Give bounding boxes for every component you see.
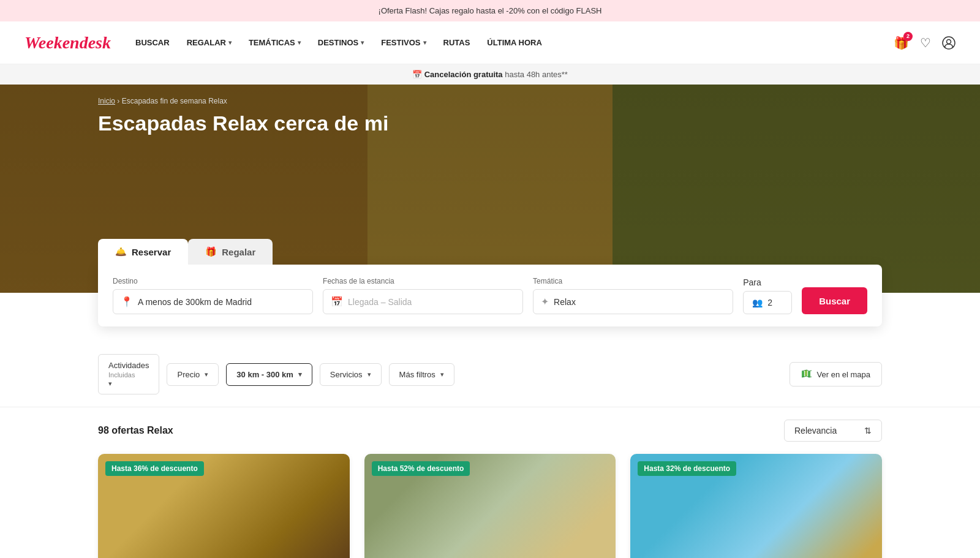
flash-banner: ¡Oferta Flash! Cajas regalo hasta el -20… xyxy=(0,0,980,21)
filter-mas-filtros[interactable]: Más filtros ▾ xyxy=(389,363,454,386)
nav-festivos[interactable]: FESTIVOS ▾ xyxy=(381,38,426,47)
destino-label: Destino xyxy=(113,277,313,285)
people-icon: 👥 xyxy=(752,298,763,307)
destino-group: Destino 📍 A menos de 300km de Madrid xyxy=(113,277,313,314)
results-count: 98 ofertas Relax xyxy=(98,425,173,436)
cart-badge: 2 xyxy=(903,32,913,41)
chevron-down-icon: ▾ xyxy=(228,39,232,46)
map-button[interactable]: Ver en el mapa xyxy=(790,362,882,386)
cancellation-bar: 📅 Cancelación gratuita hasta 48h antes** xyxy=(0,64,980,85)
map-btn-label: Ver en el mapa xyxy=(817,370,870,379)
breadcrumb-home[interactable]: Inicio xyxy=(98,97,115,105)
chevron-down-icon: ▾ xyxy=(298,39,301,46)
card-3[interactable]: Hasta 32% de descuento xyxy=(630,454,882,558)
card-image-2: Hasta 52% de descuento xyxy=(364,454,616,558)
para-input[interactable]: 👥 2 xyxy=(743,291,792,314)
cancellation-bold: Cancelación gratuita xyxy=(424,70,503,79)
tab-reservar[interactable]: 🛎️ Reservar xyxy=(98,239,188,265)
para-group: Para 👥 2 xyxy=(743,277,792,314)
discount-badge-3: Hasta 32% de descuento xyxy=(638,461,736,476)
svg-rect-2 xyxy=(802,371,804,377)
chevron-updown-icon: ⇅ xyxy=(864,426,872,435)
filter-precio[interactable]: Precio ▾ xyxy=(167,363,219,386)
location-icon: 📍 xyxy=(121,296,133,307)
chevron-down-icon: ▾ xyxy=(368,371,371,379)
fechas-group: Fechas de la estancia 📅 Llegada – Salida xyxy=(323,277,523,314)
bell-icon: 🛎️ xyxy=(115,246,127,257)
svg-rect-3 xyxy=(805,370,807,376)
tematica-input[interactable]: ✦ Relax xyxy=(533,289,733,314)
search-tabs: 🛎️ Reservar 🎁 Regalar xyxy=(98,239,882,265)
cancellation-rest: hasta 48h antes** xyxy=(505,70,568,79)
calendar-field-icon: 📅 xyxy=(331,296,343,307)
chevron-down-icon: ▾ xyxy=(205,371,208,379)
destino-input[interactable]: 📍 A menos de 300km de Madrid xyxy=(113,289,313,314)
fechas-label: Fechas de la estancia xyxy=(323,277,523,285)
nav-ultima-hora[interactable]: ÚLTIMA HORA xyxy=(487,38,542,47)
hero-title: Escapadas Relax cerca de mi xyxy=(98,111,882,135)
wishlist-button[interactable]: ♡ xyxy=(920,36,931,50)
card-1[interactable]: Hasta 36% de descuento xyxy=(98,454,350,558)
discount-badge-2: Hasta 52% de descuento xyxy=(372,461,470,476)
card-image-3: Hasta 32% de descuento xyxy=(630,454,882,558)
tab-regalar[interactable]: 🎁 Regalar xyxy=(188,239,273,265)
nav-regalar[interactable]: REGALAR ▾ xyxy=(187,38,232,47)
svg-point-1 xyxy=(947,39,951,43)
filter-km[interactable]: 30 km - 300 km ▾ xyxy=(226,363,312,386)
map-icon xyxy=(801,369,812,380)
heart-icon: ♡ xyxy=(920,36,931,50)
search-container: 🛎️ Reservar 🎁 Regalar Destino 📍 A menos … xyxy=(98,239,882,326)
nav-links: BUSCAR REGALAR ▾ TEMÁTICAS ▾ DESTINOS ▾ … xyxy=(135,38,894,47)
nav-buscar[interactable]: BUSCAR xyxy=(135,38,170,47)
filters-section: Actividades Incluidas ▾ Precio ▾ 30 km -… xyxy=(0,342,980,407)
tematica-label: Temática xyxy=(533,277,733,285)
buscar-button[interactable]: Buscar xyxy=(802,287,867,314)
navbar: Weekendesk BUSCAR REGALAR ▾ TEMÁTICAS ▾ … xyxy=(0,21,980,64)
account-button[interactable] xyxy=(942,36,956,50)
tematica-group: Temática ✦ Relax xyxy=(533,277,733,314)
gift-cart-button[interactable]: 🎁 2 xyxy=(894,36,909,50)
results-section: 98 ofertas Relax Relevancia ⇅ Hasta 36% … xyxy=(0,407,980,558)
cards-grid: Hasta 36% de descuento Hasta 52% de desc… xyxy=(98,454,882,558)
logo[interactable]: Weekendesk xyxy=(24,33,111,53)
sparkle-icon: ✦ xyxy=(541,296,549,307)
chevron-down-icon: ▾ xyxy=(440,371,444,379)
nav-icons: 🎁 2 ♡ xyxy=(894,36,956,50)
chevron-down-icon: ▾ xyxy=(298,371,302,379)
fechas-input[interactable]: 📅 Llegada – Salida xyxy=(323,289,523,314)
hero-section: Inicio › Escapadas fin de semana Relax E… xyxy=(0,85,980,293)
flash-banner-text: ¡Oferta Flash! Cajas regalo hasta el -20… xyxy=(379,6,602,15)
card-image-1: Hasta 36% de descuento xyxy=(98,454,350,558)
chevron-down-icon: ▾ xyxy=(108,380,112,388)
svg-rect-4 xyxy=(808,371,810,377)
calendar-icon: 📅 xyxy=(412,70,422,79)
filter-servicios[interactable]: Servicios ▾ xyxy=(320,363,382,386)
discount-badge-1: Hasta 36% de descuento xyxy=(105,461,204,476)
nav-rutas[interactable]: RUTAS xyxy=(443,38,470,47)
card-2[interactable]: Hasta 52% de descuento xyxy=(364,454,616,558)
chevron-down-icon: ▾ xyxy=(361,39,364,46)
breadcrumb-current: Escapadas fin de semana Relax xyxy=(122,97,227,105)
nav-tematicas[interactable]: TEMÁTICAS ▾ xyxy=(249,38,301,47)
breadcrumb: Inicio › Escapadas fin de semana Relax xyxy=(98,97,882,105)
nav-destinos[interactable]: DESTINOS ▾ xyxy=(318,38,364,47)
results-header: 98 ofertas Relax Relevancia ⇅ xyxy=(98,420,882,442)
para-label: Para xyxy=(743,277,792,287)
user-icon xyxy=(942,36,956,50)
logo-text: Weekendesk xyxy=(24,33,111,52)
gift-tab-icon: 🎁 xyxy=(205,246,217,257)
search-form: Destino 📍 A menos de 300km de Madrid Fec… xyxy=(98,265,882,326)
chevron-down-icon: ▾ xyxy=(423,39,426,46)
filter-actividades[interactable]: Actividades Incluidas ▾ xyxy=(98,354,159,394)
sort-select[interactable]: Relevancia ⇅ xyxy=(784,420,882,442)
